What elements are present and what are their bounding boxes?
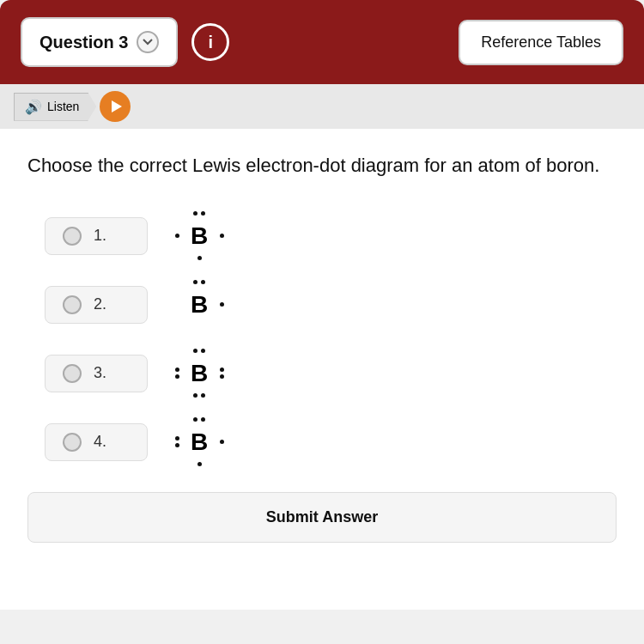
question-selector-button[interactable]: Question 3 (21, 17, 178, 67)
option-row-4: 4. B (45, 413, 617, 471)
question-text: Choose the correct Lewis electron-dot di… (27, 153, 617, 179)
chevron-down-icon (137, 31, 159, 53)
page-header: Question 3 i Reference Tables (0, 0, 644, 84)
radio-2[interactable] (63, 295, 82, 314)
listen-label-box: 🔊 Listen (14, 93, 96, 121)
submit-button-label: Submit Answer (266, 508, 378, 526)
info-icon: i (209, 33, 214, 52)
option-row-2: 2. B (45, 276, 617, 334)
svg-marker-0 (112, 100, 122, 112)
reference-tables-label: Reference Tables (481, 33, 601, 51)
option-2-box[interactable]: 2. (45, 286, 148, 324)
lewis-diagram-1: B (168, 207, 230, 265)
option-1-number: 1. (94, 227, 106, 245)
radio-3[interactable] (63, 364, 82, 383)
reference-tables-button[interactable]: Reference Tables (459, 20, 623, 65)
info-button[interactable]: i (191, 23, 229, 61)
play-icon (111, 100, 123, 112)
option-3-number: 3. (94, 364, 106, 382)
option-row-1: 1. B (45, 207, 617, 265)
question-label: Question 3 (39, 33, 128, 52)
radio-1[interactable] (63, 227, 82, 246)
option-3-box[interactable]: 3. (45, 355, 148, 392)
submit-area[interactable]: Submit Answer (27, 492, 617, 543)
lewis-diagram-3: B (168, 344, 230, 403)
play-button[interactable] (100, 91, 131, 122)
listen-text: Listen (47, 100, 79, 113)
answer-options-list: 1. B (27, 207, 617, 471)
radio-4[interactable] (63, 433, 82, 452)
option-2-number: 2. (94, 295, 106, 313)
main-content: Choose the correct Lewis electron-dot di… (0, 129, 644, 610)
listen-controls: 🔊 Listen (14, 91, 131, 122)
lewis-diagram-2: B (168, 276, 230, 334)
option-4-number: 4. (94, 433, 106, 451)
lewis-diagram-4: B (168, 413, 230, 471)
option-row-3: 3. B (45, 344, 617, 403)
option-1-box[interactable]: 1. (45, 217, 148, 255)
speaker-icon: 🔊 (25, 99, 42, 115)
listen-bar: 🔊 Listen (0, 84, 644, 129)
option-4-box[interactable]: 4. (45, 423, 148, 461)
